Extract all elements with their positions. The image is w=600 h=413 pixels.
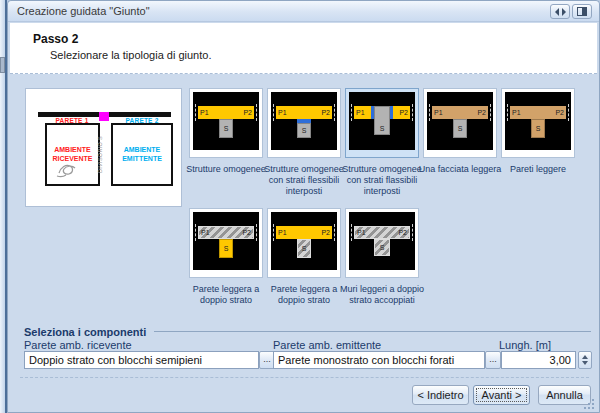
receiving-room: AMBIENTE RICEVENTE (45, 123, 100, 186)
p1-marker: P1 (434, 109, 443, 116)
background-window-icon (0, 57, 5, 73)
length-label: Lungh. [m] (499, 339, 551, 351)
length-spinner[interactable] (578, 351, 592, 369)
s-marker: S (458, 125, 463, 132)
resize-grip[interactable] (584, 398, 595, 409)
joint-diagram: P1P2 S (427, 92, 493, 150)
arrows-icon (555, 8, 566, 16)
length-input[interactable] (501, 351, 576, 369)
s-marker: S (302, 245, 307, 252)
p1-marker: P1 (278, 229, 287, 236)
s-marker: S (302, 127, 307, 134)
receiving-wall-label: Parete amb. ricevente (24, 339, 132, 351)
emitting-wall-label: Parete amb. emittente (273, 339, 381, 351)
joint-type-homogeneous-flexible-through[interactable]: P1 P2 S (345, 88, 419, 158)
emitting-wall-browse-button[interactable]: ... (485, 351, 501, 369)
p1-marker: P1 (201, 229, 210, 236)
wizard-dialog: Creazione guidata "Giunto" Passo 2 Selez… (7, 0, 600, 413)
s-marker: S (380, 125, 385, 132)
emitting-room-label: AMBIENTE EMITTENTE (113, 145, 171, 163)
p2-marker: P2 (321, 229, 330, 236)
p1-marker: P1 (356, 109, 365, 116)
p2-marker: P2 (477, 109, 486, 116)
joint-type-light-facade[interactable]: P1P2 S (423, 88, 497, 158)
divider-label: DIVISORIO S (97, 125, 107, 185)
sketch-figure-icon (53, 157, 79, 179)
receiving-wall-input[interactable] (24, 351, 259, 369)
step-subtitle: Selezionare la tipologia di giunto. (50, 49, 211, 61)
section-divider (154, 331, 591, 332)
flexible-layer (390, 106, 393, 119)
joint-type-double-light-2[interactable]: P1P2 S (267, 208, 341, 278)
components-section-title: Seleziona i componenti (24, 326, 146, 338)
titlebar-button-window[interactable] (572, 4, 592, 19)
joint-diagram: P1P2 S (193, 212, 259, 270)
joint-preview-panel: PARETE 1 PARETE 2 AMBIENTE RICEVENTE AMB… (25, 88, 182, 207)
tile-caption: Muri leggeri a doppio strato accoppiati (334, 284, 430, 306)
joint-type-light-walls[interactable]: P1P2 S (501, 88, 575, 158)
footer-divider (20, 377, 589, 378)
spin-up-icon[interactable] (582, 355, 588, 359)
joint-diagram: P1P2 S (271, 212, 337, 270)
titlebar-button-arrows[interactable] (550, 4, 570, 19)
back-button[interactable]: < Indietro (412, 385, 469, 405)
s-marker: S (224, 245, 229, 252)
joint-type-coupled-light-walls[interactable]: P1P2 S (345, 208, 419, 278)
joint-marker (99, 112, 109, 121)
p2-marker: P2 (321, 109, 330, 116)
titlebar[interactable]: Creazione guidata "Giunto" (8, 1, 599, 22)
joint-type-double-light-1[interactable]: P1P2 S (189, 208, 263, 278)
p2-marker: P2 (399, 109, 408, 116)
tile-caption: Pareti leggere (490, 164, 586, 175)
s-marker: S (536, 125, 541, 132)
joint-type-homogeneous[interactable]: P1P2 S (189, 88, 263, 158)
next-button[interactable]: Avanti > (473, 385, 530, 405)
p1-marker: P1 (200, 109, 209, 116)
p1-marker: P1 (278, 109, 287, 116)
step-title: Passo 2 (33, 32, 78, 46)
p2-marker: P2 (555, 109, 564, 116)
p1-marker: P1 (357, 229, 366, 236)
p2-marker: P2 (243, 109, 252, 116)
joint-diagram: P1P2 S (505, 92, 571, 150)
joint-diagram: P1 P2 S (349, 92, 415, 150)
emitting-wall-input[interactable] (273, 351, 485, 369)
joint-diagram: P1P2 S (349, 212, 415, 270)
window-title: Creazione guidata "Giunto" (17, 5, 150, 17)
joint-diagram: P1P2 S (193, 92, 259, 150)
joint-diagram: P1P2 S (271, 92, 337, 150)
p1-marker: P1 (512, 109, 521, 116)
spin-down-icon[interactable] (582, 361, 588, 365)
p2-marker: P2 (242, 229, 251, 236)
joint-type-homogeneous-flexible[interactable]: P1P2 S (267, 88, 341, 158)
emitting-room: AMBIENTE EMITTENTE (111, 123, 173, 186)
s-marker: S (224, 125, 229, 132)
screen: Creazione guidata "Giunto" Passo 2 Selez… (0, 0, 600, 413)
p2-marker: P2 (398, 229, 407, 236)
step-header: Passo 2 Selezionare la tipologia di giun… (10, 23, 597, 74)
s-marker: S (380, 244, 385, 251)
window-icon (577, 7, 587, 16)
